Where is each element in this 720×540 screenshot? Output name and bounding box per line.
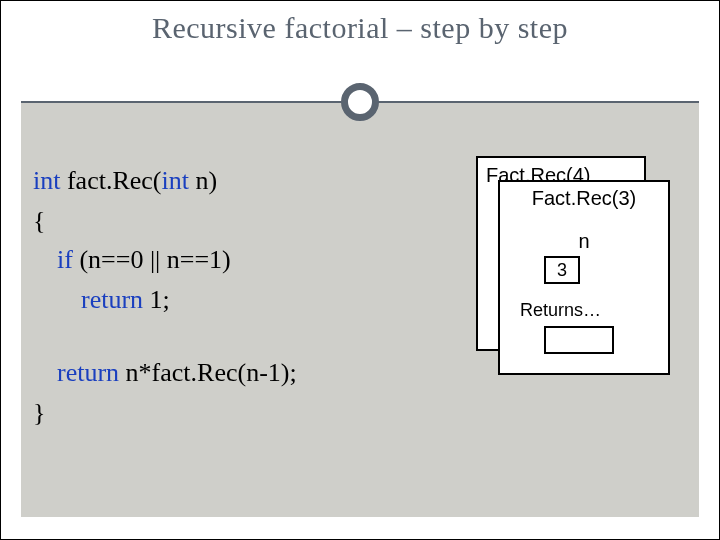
code-line-4: return 1; bbox=[33, 280, 453, 320]
var-n-label: n bbox=[578, 230, 589, 253]
var-n-box: 3 bbox=[544, 256, 580, 284]
returns-box bbox=[544, 326, 614, 354]
code-line-6: } bbox=[33, 393, 453, 433]
slide-title: Recursive factorial – step by step bbox=[21, 11, 699, 45]
keyword-if: if bbox=[57, 245, 73, 274]
title-area: Recursive factorial – step by step bbox=[21, 11, 699, 83]
stack-frame-front: Fact.Rec(3) n 3 Returns… bbox=[498, 180, 670, 375]
slide: Recursive factorial – step by step int f… bbox=[0, 0, 720, 540]
code-line-3: if (n==0 || n==1) bbox=[33, 240, 453, 280]
code-line-5: return n*fact.Rec(n-1); bbox=[33, 353, 453, 393]
call-stack: Fact.Rec(4) Fact.Rec(3) n 3 Returns… bbox=[476, 156, 686, 386]
keyword-return: return bbox=[81, 285, 143, 314]
code-line-2: { bbox=[33, 201, 453, 241]
divider-ring-icon bbox=[341, 83, 379, 121]
returns-label: Returns… bbox=[520, 300, 601, 321]
code-block: int fact.Rec(int n) { if (n==0 || n==1) … bbox=[33, 161, 453, 432]
keyword-return: return bbox=[57, 358, 119, 387]
keyword-int: int bbox=[162, 166, 189, 195]
code-line-1: int fact.Rec(int n) bbox=[33, 161, 453, 201]
code-gap bbox=[33, 319, 453, 353]
stack-frame-front-title: Fact.Rec(3) bbox=[500, 187, 668, 210]
keyword-int: int bbox=[33, 166, 60, 195]
